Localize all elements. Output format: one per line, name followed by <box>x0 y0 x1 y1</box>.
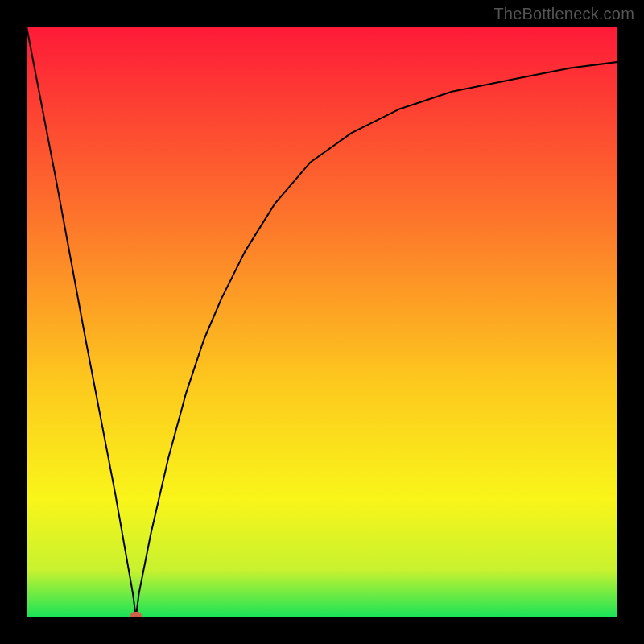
plot-area <box>27 27 617 617</box>
gradient-background <box>27 27 617 617</box>
plot-svg <box>27 27 617 617</box>
chart-frame: TheBottleneck.com <box>0 0 644 644</box>
minimum-marker <box>130 612 142 617</box>
attribution-text: TheBottleneck.com <box>493 5 634 23</box>
